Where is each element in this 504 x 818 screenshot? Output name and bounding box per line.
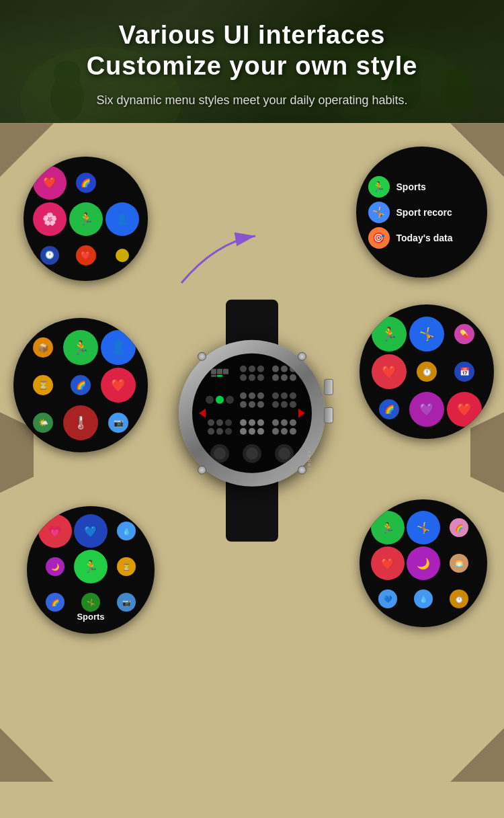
screw-bl — [198, 466, 206, 475]
list-item-sports: Sports — [396, 181, 426, 192]
ui-circle-middle-right: 🏃 🤸 💊 ❤️ ⏱️ 📅 🌈 💜 — [360, 304, 494, 439]
page-title: Various UI interfaces Customize your own… — [27, 20, 477, 81]
list-item-sport-record: Sport recorc — [396, 207, 452, 218]
content-area: ❤️ 🌈 🌸 🏃 👤 🕐 ❤️ — [0, 123, 504, 782]
crown-top — [324, 379, 333, 395]
header-section: Various UI interfaces Customize your own… — [0, 0, 504, 123]
page-wrapper: Various UI interfaces Customize your own… — [0, 0, 504, 818]
screw-tr — [298, 352, 306, 361]
list-item-todays-data: Today's data — [396, 233, 453, 243]
screen-arrow-right — [298, 409, 305, 418]
smartwatch: POWER SPORT — [171, 300, 333, 542]
ui-circle-bottom-left: 💗 💙 💧 🌙 🏃 ⏳ 🌈 — [27, 506, 155, 634]
watch-strap-bottom — [226, 481, 278, 542]
ui-circle-middle-left: 📦 🏃 👤 ⏳ 🌈 ❤️ 🌤️ 🌡️ — [13, 318, 148, 452]
screw-br — [298, 466, 306, 475]
page-subtitle: Six dynamic menu styles meet your daily … — [27, 91, 477, 110]
crown-bottom — [324, 407, 333, 423]
watch-screen — [192, 354, 312, 473]
watch-case: POWER SPORT — [179, 340, 325, 487]
screen-arrow-left — [199, 409, 206, 418]
corner-decoration-bl — [0, 728, 54, 782]
screw-tl — [198, 352, 206, 361]
circles-layout: ❤️ 🌈 🌸 🏃 👤 🕐 ❤️ — [0, 123, 504, 728]
arrow-overlay — [175, 222, 262, 292]
corner-decoration-br — [450, 728, 504, 782]
watch-sport-label: SPORT — [308, 451, 312, 472]
ui-circle-top-right: 🏃 Sports 🤸 Sport recorc 🎯 Today's data — [356, 147, 487, 278]
ui-circle-bottom-right: 🏃 🤸 🌈 ❤️ 🌙 🌅 💙 💧 — [360, 499, 487, 627]
bottom-left-sports-label: Sports — [77, 612, 104, 622]
ui-circle-top-left: ❤️ 🌈 🌸 🏃 👤 🕐 ❤️ — [24, 157, 148, 281]
